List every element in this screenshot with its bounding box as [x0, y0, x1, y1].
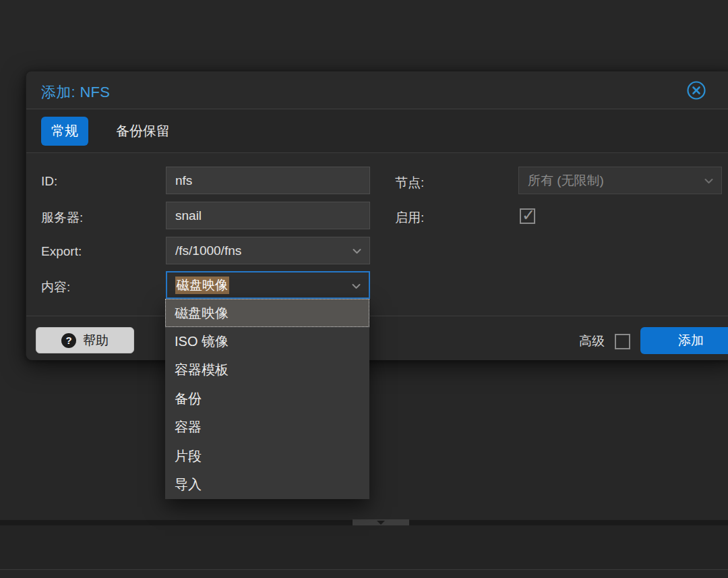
advanced-label: 高级 [579, 333, 605, 350]
chevron-down-icon [377, 521, 385, 525]
close-icon[interactable] [686, 80, 706, 100]
content-label: 内容: [41, 279, 70, 296]
checkmark-icon: ✓ [522, 206, 535, 225]
tab-backup-retention[interactable]: 备份保留 [106, 117, 180, 146]
dialog-footer: ? 帮助 高级 添加 [26, 316, 728, 360]
export-combobox[interactable]: /fs/1000/fns [166, 237, 370, 264]
add-nfs-dialog: 添加: NFS 常规 备份保留 ID: 服务器: Export: 内容: /fs… [26, 71, 728, 359]
dropdown-item-snippets[interactable]: 片段 [165, 442, 369, 470]
dropdown-item-disk-image[interactable]: 磁盘映像 [165, 299, 369, 327]
dialog-title: 添加: NFS [41, 82, 110, 103]
export-value: /fs/1000/fns [175, 243, 241, 258]
server-input[interactable] [166, 202, 369, 229]
id-input[interactable] [166, 167, 369, 194]
tab-general[interactable]: 常规 [41, 117, 88, 146]
status-bar [0, 570, 728, 578]
export-label: Export: [41, 244, 82, 259]
chevron-down-icon [703, 175, 715, 187]
advanced-checkbox[interactable] [615, 334, 630, 349]
server-label: 服务器: [41, 209, 83, 227]
id-label: ID: [41, 174, 57, 189]
dropdown-item-container[interactable]: 容器 [165, 413, 369, 442]
enable-checkbox[interactable]: ✓ [520, 208, 535, 224]
question-icon: ? [61, 333, 76, 348]
chevron-down-icon [351, 245, 363, 257]
help-button[interactable]: ? 帮助 [36, 327, 134, 353]
node-value: 所有 (无限制) [528, 172, 604, 190]
dropdown-item-container-template[interactable]: 容器模板 [165, 356, 369, 384]
content-combobox[interactable]: 磁盘映像 [166, 271, 370, 299]
server-field[interactable] [166, 202, 370, 229]
node-label: 节点: [395, 174, 424, 192]
dropdown-item-import[interactable]: 导入 [165, 470, 369, 498]
splitter-collapse-handle[interactable] [353, 519, 409, 525]
advanced-option: 高级 [579, 333, 630, 350]
content-dropdown-list: 磁盘映像 ISO 镜像 容器模板 备份 容器 片段 导入 [165, 299, 369, 499]
dropdown-item-backup[interactable]: 备份 [165, 384, 369, 413]
id-field[interactable] [166, 167, 370, 194]
dropdown-item-iso-image[interactable]: ISO 镜像 [165, 327, 369, 355]
node-combobox[interactable]: 所有 (无限制) [518, 167, 722, 194]
bottom-log-panel [0, 525, 728, 569]
tab-bar: 常规 备份保留 [26, 110, 728, 153]
help-button-label: 帮助 [83, 332, 109, 349]
enable-label: 启用: [395, 209, 424, 227]
content-value-selected: 磁盘映像 [175, 277, 229, 294]
add-button[interactable]: 添加 [640, 327, 728, 354]
chevron-down-icon [351, 281, 362, 292]
dialog-header: 添加: NFS [26, 71, 728, 109]
